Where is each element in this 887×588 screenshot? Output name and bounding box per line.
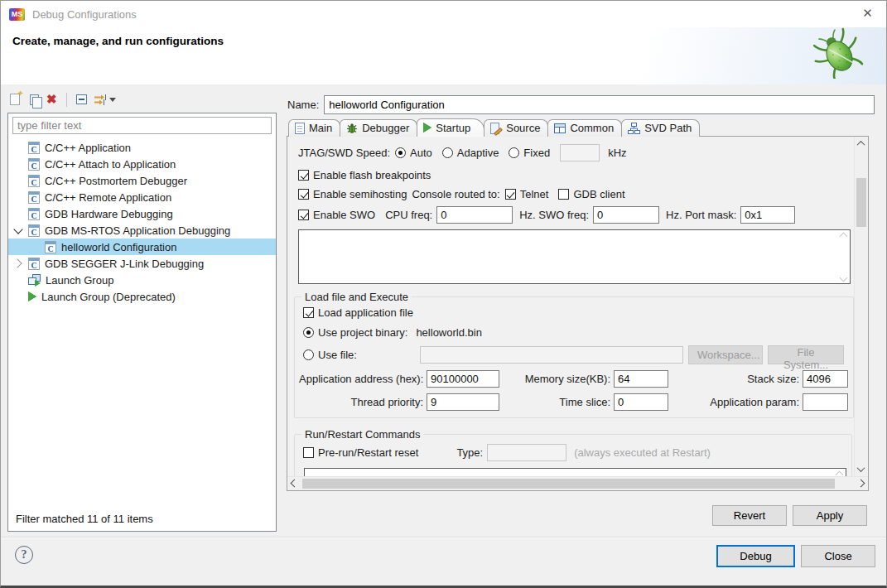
tree-item[interactable]: C/C++ Application (8, 139, 276, 156)
revert-button[interactable]: Revert (712, 505, 787, 526)
tree-item[interactable]: C/C++ Postmortem Debugger (8, 172, 276, 189)
svd-hierarchy-icon (628, 123, 640, 134)
collapse-all-icon (76, 94, 87, 104)
semihosting-label: Enable semihosting (313, 188, 407, 200)
tree-item-label: C/C++ Application (45, 142, 131, 154)
enable-swo-label: Enable SWO (313, 209, 375, 221)
address-row: Application address (hex): Memory size(K… (299, 370, 848, 388)
tree-item[interactable]: GDB Hardware Debugging (8, 205, 276, 222)
tab-debugger[interactable]: Debugger (340, 119, 417, 137)
jtag-fixed-speed-input[interactable] (560, 144, 600, 161)
workspace-button[interactable]: Workspace... (688, 345, 763, 364)
filter-input[interactable] (12, 117, 272, 134)
c-launcher-icon (28, 224, 40, 237)
debug-button[interactable]: Debug (716, 545, 795, 567)
time-slice-input[interactable] (614, 393, 668, 411)
debugger-bug-icon (346, 123, 358, 134)
use-file-input[interactable] (420, 346, 683, 364)
file-system-button[interactable]: File System... (768, 345, 844, 364)
debug-configurations-dialog: MS Debug Configurations ✕ Create, manage… (0, 0, 887, 588)
footer-bar: ? Debug Close (1, 537, 886, 586)
jtag-speed-label: JTAG/SWD Speed: (298, 147, 390, 159)
jtag-adaptive-label: Adaptive (457, 147, 499, 159)
filter-configurations-button[interactable] (94, 94, 116, 105)
delete-configuration-button[interactable]: ✖ (46, 94, 57, 105)
prerun-reset-label: Pre-run/Restart reset (318, 446, 418, 459)
tree-item[interactable]: C/C++ Remote Application (8, 189, 276, 205)
swo-row: Enable SWO CPU freq: Hz. SWO freq: Hz. P… (298, 206, 854, 224)
bug-illustration-icon (812, 27, 865, 81)
load-application-checkbox[interactable] (303, 307, 314, 318)
jtag-adaptive-radio[interactable] (442, 147, 453, 158)
window-close-button[interactable]: ✕ (849, 1, 886, 26)
enable-swo-checkbox[interactable] (298, 210, 309, 220)
new-configuration-button[interactable] (10, 94, 20, 105)
semihosting-checkbox[interactable] (298, 189, 309, 200)
expand-arrow-icon[interactable] (8, 228, 28, 233)
jtag-fixed-radio[interactable] (509, 147, 519, 158)
tree-item[interactable]: GDB MS-RTOS Application Debugging (8, 222, 276, 239)
revert-apply-row: Revert Apply (712, 505, 867, 526)
tab-source[interactable]: Source (484, 119, 548, 137)
app-param-label: Application param: (678, 396, 799, 408)
tree-item[interactable]: GDB SEGGER J-Link Debugging (8, 255, 276, 272)
scroll-up-icon (841, 232, 847, 239)
app-param-input[interactable] (803, 393, 848, 411)
thread-priority-input[interactable] (427, 393, 499, 411)
reset-type-input[interactable] (487, 444, 566, 461)
help-button[interactable]: ? (15, 546, 33, 564)
delete-x-icon: ✖ (46, 94, 57, 105)
name-label: Name: (287, 99, 319, 111)
tree-item[interactable]: C/C++ Attach to Application (8, 156, 276, 172)
use-binary-row: Use project binary: helloworld.bin (303, 326, 848, 339)
tab-svd-path[interactable]: SVD Path (621, 119, 700, 137)
memory-size-input[interactable] (614, 370, 668, 388)
collapse-arrow-icon[interactable] (8, 260, 28, 267)
tab-main[interactable]: Main (288, 119, 340, 137)
scroll-up-arrow[interactable] (854, 137, 868, 151)
tab-common[interactable]: Common (547, 119, 622, 137)
run-commands-textarea[interactable] (304, 468, 846, 476)
close-button[interactable]: Close (801, 545, 875, 567)
initialization-commands-textarea[interactable] (298, 229, 851, 284)
stack-size-input[interactable] (803, 370, 848, 388)
flash-breakpoints-checkbox[interactable] (298, 170, 309, 181)
horizontal-scrollbar[interactable] (287, 476, 868, 490)
load-app-row: Load application file (303, 306, 848, 319)
khz-unit-label: kHz (608, 147, 626, 159)
horizontal-scroll-thumb[interactable] (302, 479, 835, 489)
scroll-left-arrow[interactable] (287, 476, 301, 490)
tree-item[interactable]: Launch Group (Deprecated) (8, 288, 276, 305)
scroll-right-arrow[interactable] (854, 476, 868, 490)
apply-button[interactable]: Apply (793, 505, 867, 526)
app-logo-icon: MS (9, 8, 25, 21)
load-application-label: Load application file (318, 306, 413, 319)
telnet-checkbox[interactable] (505, 189, 516, 200)
run-play-icon (423, 123, 431, 133)
swo-freq-input[interactable] (593, 206, 659, 224)
source-edit-icon (490, 123, 502, 134)
vertical-scrollbar[interactable] (854, 137, 868, 476)
title-bar: MS Debug Configurations ✕ (1, 1, 886, 27)
jtag-auto-radio[interactable] (395, 147, 406, 158)
gdb-client-checkbox[interactable] (558, 189, 569, 200)
header-subtitle: Create, manage, and run configurations (12, 35, 224, 47)
app-address-input[interactable] (427, 370, 499, 388)
vertical-scroll-thumb[interactable] (856, 178, 866, 227)
cpu-freq-input[interactable] (436, 206, 513, 224)
tree-item[interactable]: helloworld Configuration (8, 239, 276, 255)
port-mask-input[interactable] (740, 206, 795, 224)
duplicate-configuration-button[interactable] (27, 94, 39, 105)
tree-item[interactable]: Launch Group (8, 272, 276, 288)
use-project-binary-radio[interactable] (303, 327, 314, 338)
use-file-radio[interactable] (303, 349, 314, 360)
launch-group-icon (28, 274, 41, 286)
scroll-down-arrow[interactable] (854, 462, 868, 476)
c-launcher-icon (28, 208, 40, 220)
collapse-all-button[interactable] (76, 94, 87, 104)
tab-label: Common (570, 122, 614, 134)
prerun-reset-checkbox[interactable] (303, 447, 314, 458)
tab-startup[interactable]: Startup (417, 118, 484, 137)
tree-item-label: C/C++ Attach to Application (45, 158, 176, 171)
configuration-name-input[interactable] (324, 95, 875, 114)
